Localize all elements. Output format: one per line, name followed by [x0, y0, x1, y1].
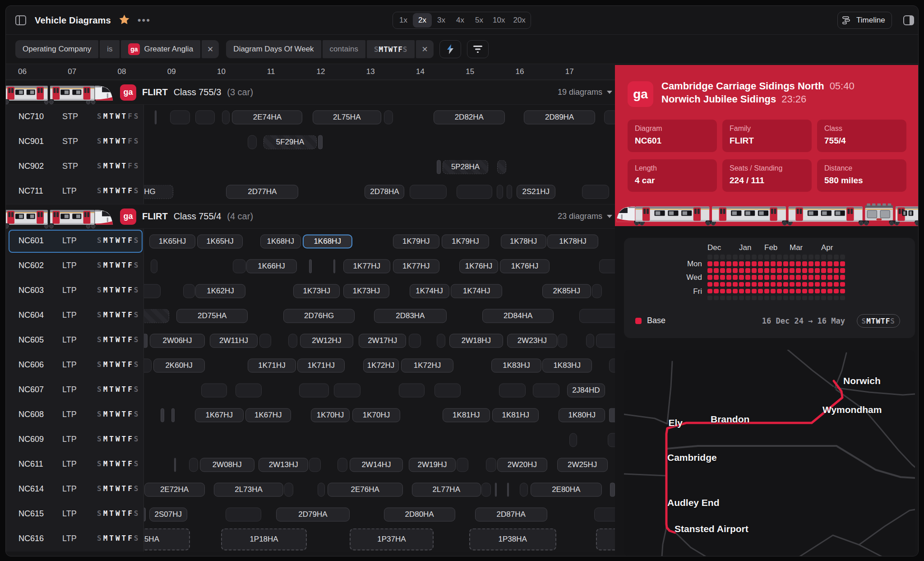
heatmap-day-cell[interactable] — [714, 282, 719, 287]
heatmap-day-cell[interactable] — [745, 296, 750, 301]
heatmap-day-cell[interactable] — [840, 255, 845, 260]
heatmap-day-cell[interactable] — [758, 289, 763, 294]
service-chip[interactable]: 1K81HJ — [443, 408, 490, 422]
service-chip[interactable] — [222, 110, 230, 124]
heatmap-day-cell[interactable] — [739, 261, 744, 266]
heatmap-day-cell[interactable] — [745, 268, 750, 273]
service-chip[interactable]: 2K85HJ — [542, 284, 591, 298]
heatmap-day-cell[interactable] — [827, 275, 832, 280]
filter-value-days[interactable]: SMTWTFS — [367, 40, 415, 58]
service-chip[interactable] — [520, 482, 528, 496]
heatmap-day-cell[interactable] — [714, 275, 719, 280]
heatmap-day-cell[interactable] — [777, 255, 782, 260]
service-chip[interactable]: 1K78HJ — [547, 234, 599, 248]
service-chip[interactable] — [457, 185, 492, 199]
filter-field-operating-company[interactable]: Operating Company — [15, 40, 98, 58]
service-chip[interactable] — [337, 458, 347, 472]
heatmap-day-cell[interactable] — [733, 289, 738, 294]
service-chip[interactable]: 1K65HJ — [149, 234, 196, 248]
heatmap-day-cell[interactable] — [745, 261, 750, 266]
zoom-option-3x[interactable]: 3x — [432, 13, 451, 28]
service-chip[interactable] — [533, 383, 559, 397]
service-chip[interactable]: 1K74HJ — [410, 284, 449, 298]
heatmap-day-cell[interactable] — [821, 282, 826, 287]
heatmap-day-cell[interactable] — [808, 296, 813, 301]
service-chip[interactable] — [558, 334, 567, 348]
heatmap-day-cell[interactable] — [752, 261, 757, 266]
remove-filter2-icon[interactable]: ✕ — [416, 40, 433, 58]
heatmap-day-cell[interactable] — [808, 275, 813, 280]
service-chip[interactable]: 1K77HJ — [343, 259, 391, 273]
filter-operator-is[interactable]: is — [100, 40, 120, 58]
heatmap-day-cell[interactable] — [808, 289, 813, 294]
service-chip[interactable]: 1K67HJ — [245, 408, 291, 422]
heatmap-day-cell[interactable] — [745, 275, 750, 280]
filter-operator-contains[interactable]: contains — [323, 40, 365, 58]
heatmap-day-cell[interactable] — [726, 282, 731, 287]
service-chip[interactable] — [309, 259, 312, 273]
heatmap-day-cell[interactable] — [771, 296, 776, 301]
heatmap-day-cell[interactable] — [790, 275, 795, 280]
service-chip[interactable] — [170, 110, 190, 124]
service-chip[interactable] — [592, 284, 602, 298]
heatmap-day-cell[interactable] — [733, 255, 738, 260]
heatmap-day-cell[interactable] — [739, 296, 744, 301]
heatmap-day-cell[interactable] — [733, 282, 738, 287]
heatmap-day-cell[interactable] — [802, 296, 807, 301]
service-chip[interactable]: 2W12HJ — [300, 334, 353, 348]
heatmap-day-cell[interactable] — [790, 296, 795, 301]
service-chip[interactable] — [151, 259, 157, 273]
heatmap-day-cell[interactable] — [790, 282, 795, 287]
heatmap-day-cell[interactable] — [790, 261, 795, 266]
heatmap-day-cell[interactable] — [726, 296, 731, 301]
service-chip[interactable] — [486, 458, 497, 472]
heatmap-day-cell[interactable] — [808, 282, 813, 287]
service-chip[interactable]: 2E76HA — [328, 482, 403, 496]
heatmap-day-cell[interactable] — [834, 268, 839, 273]
heatmap-day-cell[interactable] — [720, 282, 725, 287]
service-chip[interactable]: 2S21HJ — [517, 185, 555, 199]
heatmap-day-cell[interactable] — [796, 282, 801, 287]
service-chip[interactable] — [284, 482, 293, 496]
service-chip[interactable] — [226, 507, 261, 521]
service-chip[interactable]: 2E72HA — [144, 482, 205, 496]
group-diagram-count[interactable]: 23 diagrams — [558, 204, 612, 228]
heatmap-day-cell[interactable] — [834, 275, 839, 280]
service-chip[interactable]: 2W25HJ — [557, 458, 608, 472]
heatmap-day-cell[interactable] — [840, 282, 845, 287]
heatmap-day-cell[interactable] — [827, 282, 832, 287]
heatmap-day-cell[interactable] — [707, 289, 712, 294]
service-chip[interactable] — [457, 458, 468, 472]
service-chip[interactable]: 2W11HJ — [210, 334, 258, 348]
heatmap-day-cell[interactable] — [827, 296, 832, 301]
service-chip[interactable]: 1K83HJ — [491, 358, 541, 372]
heatmap-day-cell[interactable] — [707, 282, 712, 287]
heatmap-day-cell[interactable] — [821, 261, 826, 266]
service-chip[interactable]: 2D75HA — [176, 309, 248, 323]
heatmap-day-cell[interactable] — [777, 268, 782, 273]
heatmap-day-cell[interactable] — [808, 268, 813, 273]
service-chip[interactable] — [195, 110, 214, 124]
heatmap-day-cell[interactable] — [790, 255, 795, 260]
heatmap-day-cell[interactable] — [745, 255, 750, 260]
timeline-button[interactable]: Timeline — [837, 12, 892, 29]
diagram-row-header[interactable]: NC604LTPSMTWTFS — [6, 303, 144, 328]
service-chip[interactable] — [259, 334, 271, 348]
service-chip[interactable]: 2E74HA — [232, 110, 302, 124]
diagram-row-header[interactable]: NC609LTPSMTWTFS — [6, 427, 144, 452]
heatmap-day-cell[interactable] — [714, 255, 719, 260]
service-chip[interactable] — [299, 383, 329, 397]
heatmap-day-cell[interactable] — [720, 268, 725, 273]
heatmap-day-cell[interactable] — [726, 268, 731, 273]
diagram-row-header[interactable]: NC616LTPSMTWTFS — [6, 527, 144, 552]
service-chip[interactable]: 1K62HJ — [195, 284, 245, 298]
service-chip[interactable]: 2W17HJ — [359, 334, 406, 348]
heatmap-day-cell[interactable] — [777, 261, 782, 266]
service-chip[interactable]: 2W19HJ — [409, 458, 456, 472]
zoom-option-10x[interactable]: 10x — [489, 13, 509, 28]
heatmap-day-cell[interactable] — [707, 261, 712, 266]
service-chip[interactable] — [507, 185, 513, 199]
heatmap-day-cell[interactable] — [777, 282, 782, 287]
service-chip[interactable]: 2S07HJ — [149, 507, 188, 521]
diagram-row-header[interactable]: NC901STPSMTWTFS — [6, 130, 144, 154]
